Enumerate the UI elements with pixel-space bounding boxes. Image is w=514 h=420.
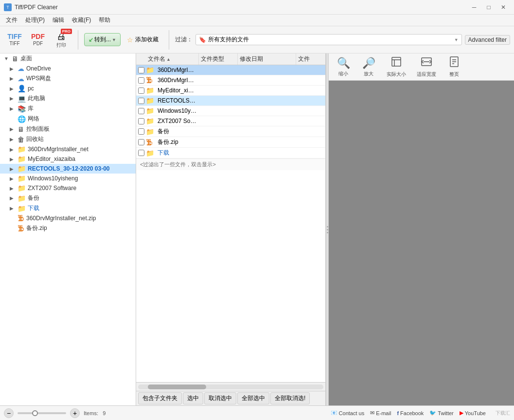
contact-icon: 📧: [331, 410, 337, 416]
menu-file[interactable]: 文件: [2, 15, 21, 25]
tree-item-rectools[interactable]: ▶ 📁 RECTOOLS_30-12-2020 03-00: [0, 164, 136, 174]
full-page-label: 整页: [449, 71, 459, 78]
tree-item-thispc[interactable]: ▶ 💻 此电脑: [0, 93, 136, 104]
file-checkbox-1[interactable]: [136, 77, 146, 84]
pdf-button[interactable]: PDF PDF: [27, 31, 49, 49]
tree-label-360zip: 360DrvMgrInstaller_net.zip: [26, 215, 96, 222]
tree-item-desktop[interactable]: ▼ 🖥 桌面: [0, 53, 136, 64]
include-subfolders-button[interactable]: 包含子文件夹: [138, 392, 182, 404]
add-favorites-button[interactable]: ☆ 添加收藏: [123, 33, 163, 46]
tree-label-myeditor: MyEditor_xiazaiba: [28, 156, 75, 162]
desktop-icon: 🖥: [12, 55, 18, 63]
sort-arrow-icon: ▲: [166, 57, 171, 62]
tree-item-360zip[interactable]: 🗜 360DrvMgrInstaller_net.zip: [0, 213, 136, 223]
file-row-5[interactable]: 📁 ZXT2007 Software: [136, 116, 325, 126]
col-header-type[interactable]: 文件类型: [199, 53, 238, 65]
file-row-1[interactable]: 🗜 360DrvMgrInstaller_net.zip: [136, 75, 325, 86]
col-header-size[interactable]: 文件: [296, 53, 325, 65]
zoom-slider[interactable]: [18, 412, 66, 414]
file-checkbox-4[interactable]: [136, 108, 146, 114]
fit-width-button[interactable]: 适应宽度: [413, 53, 440, 80]
checkbox-6[interactable]: [138, 128, 144, 135]
contact-us-link[interactable]: 📧 Contact us: [331, 410, 365, 416]
zoom-thumb[interactable]: [32, 410, 38, 416]
checkbox-3[interactable]: [138, 98, 144, 104]
tree-item-wps[interactable]: ▶ ☁ WPS网盘: [0, 73, 136, 84]
actual-size-button[interactable]: 实际大小: [383, 53, 409, 80]
file-checkbox-5[interactable]: [136, 118, 146, 124]
file-checkbox-8[interactable]: [136, 150, 146, 156]
folder-win10-icon: 📁: [18, 175, 26, 182]
tree-label-pc: pc: [28, 85, 34, 92]
file-checkbox-2[interactable]: [136, 88, 146, 94]
select-button[interactable]: 选中: [183, 392, 203, 404]
file-list-scrollbar[interactable]: [136, 382, 325, 391]
tree-item-backup[interactable]: ▶ 📁 备份: [0, 193, 136, 203]
menu-favorites[interactable]: 收藏(F): [68, 15, 95, 25]
zoom-minus-button[interactable]: −: [4, 408, 14, 418]
zoom-plus-button[interactable]: +: [70, 408, 80, 418]
menu-help[interactable]: 帮助: [95, 15, 114, 25]
zoom-in-button[interactable]: 🔎 放大: [358, 54, 379, 80]
facebook-link[interactable]: f Facebook: [397, 410, 424, 416]
zoom-out-button[interactable]: 🔍 缩小: [333, 54, 354, 80]
scrollbar-thumb[interactable]: [148, 385, 206, 389]
tree-item-backupzip[interactable]: 🗜 备份.zip: [0, 223, 136, 233]
youtube-link[interactable]: ▶ YouTube: [460, 410, 486, 416]
full-page-icon: [448, 56, 460, 70]
col-header-name[interactable]: 文件名 ▲: [146, 53, 199, 65]
file-row-7[interactable]: 🗜 备份.zip: [136, 137, 325, 148]
file-checkbox-6[interactable]: [136, 128, 146, 135]
file-icon-5: 📁: [146, 117, 156, 125]
checkbox-5[interactable]: [138, 118, 144, 124]
filter-value[interactable]: 🔖 所有支持的文件 ▼: [195, 34, 462, 45]
menu-process[interactable]: 处理(P): [21, 15, 49, 25]
select-all-button[interactable]: 全部选中: [237, 392, 269, 404]
file-checkbox-7[interactable]: [136, 139, 146, 145]
file-checkbox-0[interactable]: [136, 67, 146, 73]
close-button[interactable]: ✕: [496, 0, 510, 14]
tree-item-controlpanel[interactable]: ▶ 🖥 控制面板: [0, 124, 136, 134]
checkbox-8[interactable]: [138, 150, 144, 156]
twitter-link[interactable]: 🐦 Twitter: [429, 410, 453, 416]
advanced-filter-button[interactable]: Advanced filter: [465, 35, 510, 45]
file-row-4[interactable]: 📁 Windows10yisheng: [136, 106, 325, 116]
file-row-3[interactable]: 📁 RECTOOLS_30-12-2020 03-00: [136, 96, 325, 106]
tiff-button[interactable]: TIFF TIFF: [4, 31, 25, 49]
left-tree-panel: ▼ 🖥 桌面 ▶ ☁ OneDrive ▶ ☁ WPS网盘 ▶ 👤 pc ▶ 💻…: [0, 53, 136, 405]
checkbox-4[interactable]: [138, 108, 144, 114]
title-bar-title: Tiff/PDF Cleaner: [15, 4, 58, 11]
tree-item-360drv[interactable]: ▶ 📁 360DrvMgrInstaller_net: [0, 144, 136, 154]
pdf-icon: PDF: [31, 33, 45, 40]
checkbox-0[interactable]: [138, 67, 144, 73]
tree-item-pc[interactable]: ▶ 👤 pc: [0, 84, 136, 93]
minimize-button[interactable]: ─: [467, 0, 481, 14]
goto-button[interactable]: ↙ 转到... ▼: [84, 33, 121, 46]
tree-item-zxt[interactable]: ▶ 📁 ZXT2007 Software: [0, 183, 136, 193]
maximize-button[interactable]: □: [482, 0, 496, 14]
deselect-button[interactable]: 取消选中: [204, 392, 236, 404]
deselect-all-button[interactable]: 全部取消选!: [270, 392, 310, 404]
tree-item-network[interactable]: 🌐 网络: [0, 114, 136, 124]
checkbox-7[interactable]: [138, 139, 144, 145]
tree-item-recycle[interactable]: ▶ 🗑 回收站: [0, 134, 136, 144]
file-icon-8: 📁: [146, 149, 156, 157]
filter-message[interactable]: <过滤出了一些文件，双击显示>: [136, 158, 325, 170]
file-checkbox-3[interactable]: [136, 98, 146, 104]
file-row-6[interactable]: 📁 备份: [136, 126, 325, 137]
tree-item-win10[interactable]: ▶ 📁 Windows10yisheng: [0, 174, 136, 183]
full-page-button[interactable]: 整页: [443, 53, 465, 80]
email-link[interactable]: ✉ E-mail: [370, 410, 391, 416]
file-row-8[interactable]: 📁 下载: [136, 148, 325, 158]
tree-item-onedrive[interactable]: ▶ ☁ OneDrive: [0, 64, 136, 73]
file-row-0[interactable]: 📁 360DrvMgrInstaller_net: [136, 65, 325, 75]
scrollbar-track[interactable]: [138, 385, 323, 389]
menu-edit[interactable]: 编辑: [49, 15, 68, 25]
checkbox-1[interactable]: [138, 77, 144, 84]
tree-item-myeditor[interactable]: ▶ 📁 MyEditor_xiazaiba: [0, 154, 136, 164]
tree-item-library[interactable]: ▶ 📚 库: [0, 104, 136, 114]
col-header-date[interactable]: 修改日期: [238, 53, 296, 65]
tree-item-download[interactable]: ▶ 📁 下载: [0, 203, 136, 213]
file-row-2[interactable]: 📁 MyEditor_xiazaiba: [136, 86, 325, 96]
checkbox-2[interactable]: [138, 88, 144, 94]
